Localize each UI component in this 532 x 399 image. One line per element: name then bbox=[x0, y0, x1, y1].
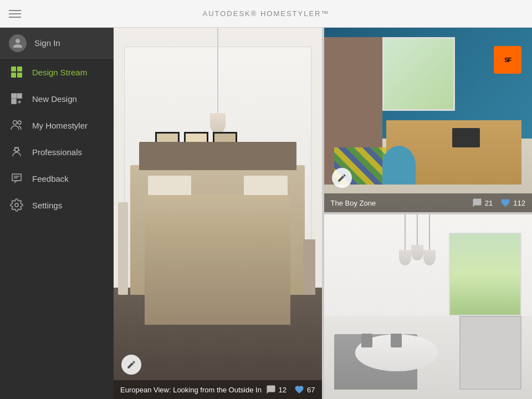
sidebar-item-my-homestyler[interactable]: My Homestyler bbox=[0, 112, 114, 139]
boyzone-overlay: The Boy Zone 21 112 bbox=[324, 193, 533, 212]
boyzone-stats: 21 112 bbox=[472, 198, 525, 208]
my-homestyler-icon bbox=[9, 117, 24, 133]
comment-stat: 12 bbox=[266, 385, 287, 395]
svg-rect-0 bbox=[11, 66, 16, 71]
boyzone-edit-button[interactable] bbox=[332, 168, 352, 188]
new-design-icon bbox=[9, 91, 24, 106]
main-content: European View: Looking from the Outside … bbox=[114, 28, 532, 399]
svg-point-12 bbox=[15, 148, 19, 152]
menu-button[interactable] bbox=[9, 8, 21, 20]
boyzone-like-stat: 112 bbox=[500, 198, 525, 208]
my-homestyler-label: My Homestyler bbox=[32, 121, 88, 130]
settings-label: Settings bbox=[32, 201, 62, 210]
sidebar-item-new-design[interactable]: New Design bbox=[0, 85, 114, 112]
edit-button[interactable] bbox=[121, 355, 141, 375]
main-panel-stats: 12 67 bbox=[266, 385, 315, 395]
sidebar-item-settings[interactable]: Settings bbox=[0, 192, 114, 218]
svg-point-9 bbox=[13, 121, 17, 125]
boyzone-comment-stat: 21 bbox=[472, 198, 493, 208]
living-panel[interactable] bbox=[324, 214, 533, 399]
app-title: AUTODESK® HOMESTYLER™ bbox=[202, 9, 329, 18]
new-design-label: New Design bbox=[32, 94, 77, 104]
sidebar: Sign In Design Stream New Design bbox=[0, 28, 114, 399]
boyzone-title: The Boy Zone bbox=[331, 199, 376, 207]
feedback-icon bbox=[9, 171, 24, 186]
like-stat: 67 bbox=[294, 385, 315, 395]
professionals-label: Professionals bbox=[32, 147, 82, 157]
sf-badge: SF bbox=[494, 46, 521, 74]
avatar bbox=[9, 34, 27, 52]
design-stream-icon bbox=[9, 64, 24, 80]
boyzone-panel[interactable]: SF The Boy Zone 21 112 bbox=[324, 28, 533, 212]
sidebar-item-professionals[interactable]: Professionals bbox=[0, 139, 114, 165]
main-panel-overlay: European View: Looking from the Outside … bbox=[114, 380, 322, 399]
design-stream-label: Design Stream bbox=[32, 68, 87, 77]
svg-rect-2 bbox=[11, 73, 16, 78]
professionals-icon bbox=[9, 144, 24, 160]
sign-in-label: Sign In bbox=[34, 38, 60, 48]
sidebar-item-design-stream[interactable]: Design Stream bbox=[0, 59, 114, 85]
header: AUTODESK® HOMESTYLER™ bbox=[0, 0, 532, 28]
svg-point-10 bbox=[18, 121, 21, 124]
main-design-title: European View: Looking from the Outside … bbox=[120, 386, 262, 394]
settings-icon bbox=[9, 197, 24, 213]
main-design-panel[interactable]: European View: Looking from the Outside … bbox=[114, 28, 322, 399]
sidebar-item-feedback[interactable]: Feedback bbox=[0, 165, 114, 192]
feedback-label: Feedback bbox=[32, 174, 69, 183]
svg-rect-1 bbox=[17, 66, 22, 71]
sign-in-item[interactable]: Sign In bbox=[0, 28, 114, 59]
svg-point-15 bbox=[15, 203, 18, 207]
svg-rect-3 bbox=[17, 73, 22, 78]
